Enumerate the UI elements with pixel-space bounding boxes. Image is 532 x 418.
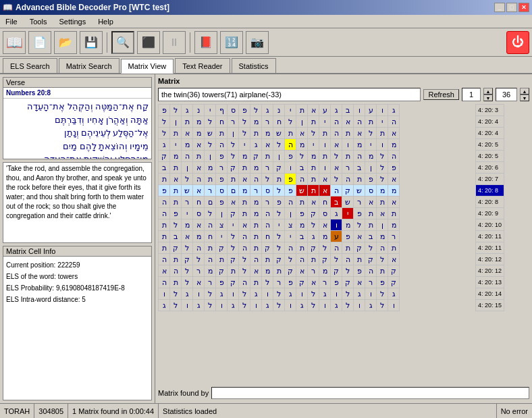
- matrix-cell[interactable]: ק: [182, 254, 193, 265]
- matrix-cell[interactable]: ס: [216, 185, 228, 197]
- matrix-search-input[interactable]: [158, 88, 421, 101]
- matrix-cell[interactable]: ה: [354, 151, 365, 162]
- matrix-cell[interactable]: ל: [308, 300, 319, 311]
- matrix-cell[interactable]: מ: [296, 219, 308, 231]
- matrix-cell[interactable]: ג: [388, 288, 400, 300]
- matrix-cell[interactable]: ל: [193, 254, 205, 265]
- matrix-cell[interactable]: ו: [250, 300, 262, 311]
- matrix-cell[interactable]: ן: [216, 208, 228, 219]
- matrix-cell[interactable]: ת: [262, 151, 273, 162]
- matrix-cell[interactable]: ה: [285, 197, 296, 208]
- matrix-cell[interactable]: פ: [388, 162, 400, 174]
- matrix-cell[interactable]: ע: [331, 231, 342, 242]
- matrix-cell[interactable]: צ: [216, 219, 228, 231]
- matrix-cell[interactable]: ל: [273, 185, 285, 197]
- matrix-cell[interactable]: ן: [285, 208, 296, 219]
- matrix-cell[interactable]: ת: [388, 242, 400, 254]
- matrix-cell[interactable]: ת: [159, 242, 170, 254]
- matrix-cell[interactable]: ל: [273, 208, 285, 219]
- matrix-cell[interactable]: פ: [285, 185, 296, 197]
- matrix-cell[interactable]: ה: [388, 116, 400, 128]
- refresh-button[interactable]: Refresh: [423, 89, 459, 100]
- matrix-cell[interactable]: פ: [216, 197, 228, 208]
- matrix-cell[interactable]: ח: [319, 197, 331, 208]
- table-row[interactable]: פלןבראותבוקרמתקרמאןתב: [159, 162, 400, 174]
- matrix-cell[interactable]: ב: [159, 162, 170, 174]
- matrix-cell[interactable]: ל: [377, 162, 388, 174]
- matrix-cell[interactable]: ק: [170, 242, 182, 254]
- matrix-cell[interactable]: פ: [170, 208, 182, 219]
- matrix-cell[interactable]: ג: [308, 231, 319, 242]
- matrix-cell[interactable]: ג: [182, 105, 193, 116]
- spin-input-2[interactable]: [496, 88, 517, 101]
- matrix-cell[interactable]: פ: [273, 197, 285, 208]
- matrix-cell[interactable]: מ: [193, 231, 205, 242]
- matrix-cell[interactable]: מ: [388, 139, 400, 151]
- matrix-cell[interactable]: ו: [331, 219, 342, 231]
- matrix-cell[interactable]: י: [205, 105, 216, 116]
- matrix-cell[interactable]: ג: [262, 105, 273, 116]
- matrix-cell[interactable]: ו: [159, 288, 170, 300]
- matrix-cell[interactable]: ו: [262, 288, 273, 300]
- matrix-cell[interactable]: ל: [170, 105, 182, 116]
- matrix-cell[interactable]: ו: [285, 300, 296, 311]
- matrix-cell[interactable]: ל: [285, 116, 296, 128]
- matrix-cell[interactable]: ה: [170, 265, 182, 277]
- matrix-cell[interactable]: מ: [193, 116, 205, 128]
- matrix-cell[interactable]: ש: [205, 128, 216, 139]
- matrix-cell[interactable]: ת: [228, 265, 239, 277]
- matrix-cell[interactable]: ו: [182, 300, 193, 311]
- matrix-cell[interactable]: פ: [377, 277, 388, 288]
- matrix-cell[interactable]: ת: [354, 174, 365, 185]
- matrix-cell[interactable]: ק: [365, 254, 377, 265]
- matrix-cell[interactable]: ת: [250, 242, 262, 254]
- matrix-cell[interactable]: א: [182, 231, 193, 242]
- matrix-cell[interactable]: ר: [182, 197, 193, 208]
- matrix-cell[interactable]: ל: [273, 139, 285, 151]
- matrix-cell[interactable]: ק: [159, 151, 170, 162]
- matrix-cell[interactable]: ג: [285, 288, 296, 300]
- matrix-cell[interactable]: פ: [285, 151, 296, 162]
- matrix-cell[interactable]: ת: [273, 265, 285, 277]
- table-row[interactable]: מוימואוימהלאגילהלאמיג: [159, 139, 400, 151]
- matrix-cell[interactable]: ח: [205, 231, 216, 242]
- matrix-cell[interactable]: ה: [331, 128, 342, 139]
- calc-button[interactable]: 🔢: [220, 31, 243, 54]
- matrix-cell[interactable]: ל: [342, 288, 354, 300]
- matrix-cell[interactable]: ח: [273, 116, 285, 128]
- matrix-cell[interactable]: י: [285, 105, 296, 116]
- matrix-cell[interactable]: מ: [319, 265, 331, 277]
- matrix-cell[interactable]: ה: [182, 151, 193, 162]
- matrix-cell[interactable]: פ: [216, 277, 228, 288]
- matrix-cell[interactable]: א: [182, 128, 193, 139]
- matrix-cell[interactable]: מ: [182, 139, 193, 151]
- matrix-cell[interactable]: א: [342, 116, 354, 128]
- matrix-cell[interactable]: י: [273, 219, 285, 231]
- matrix-cell[interactable]: ל: [170, 219, 182, 231]
- matrix-cell[interactable]: א: [331, 139, 342, 151]
- matrix-cell[interactable]: ת: [193, 151, 205, 162]
- matrix-cell[interactable]: ש: [342, 197, 354, 208]
- matrix-cell[interactable]: א: [308, 197, 319, 208]
- matrix-cell[interactable]: ר: [205, 277, 216, 288]
- matrix-cell[interactable]: ל: [296, 151, 308, 162]
- table-row[interactable]: גועובגעאתינגלפסףינגלפ: [159, 105, 400, 116]
- matrix-cell[interactable]: ל: [205, 208, 216, 219]
- matrix-cell[interactable]: ב: [331, 197, 342, 208]
- matrix-cell[interactable]: ק: [262, 242, 273, 254]
- matrix-cell[interactable]: ק: [319, 254, 331, 265]
- matrix-cell[interactable]: ם: [205, 197, 216, 208]
- matrix-cell[interactable]: ת: [205, 174, 216, 185]
- matrix-cell[interactable]: ק: [331, 265, 342, 277]
- matrix-cell[interactable]: ה: [250, 254, 262, 265]
- matrix-cell[interactable]: ר: [308, 265, 319, 277]
- matrix-cell[interactable]: פ: [285, 277, 296, 288]
- matrix-cell[interactable]: ש: [182, 185, 193, 197]
- matrix-cell[interactable]: א: [377, 208, 388, 219]
- matrix-cell[interactable]: א: [308, 277, 319, 288]
- matrix-cell[interactable]: א: [388, 254, 400, 265]
- table-row[interactable]: ולגולגולגולגולגולגולג: [159, 300, 400, 311]
- matrix-cell[interactable]: ל: [159, 128, 170, 139]
- matrix-cell[interactable]: ל: [377, 174, 388, 185]
- matrix-cell[interactable]: ל: [228, 242, 239, 254]
